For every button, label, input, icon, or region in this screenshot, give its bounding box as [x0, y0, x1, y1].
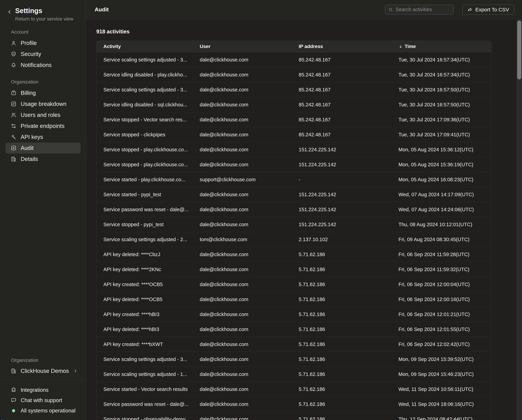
table-row[interactable]: Service scaling settings adjusted - 3...… [97, 52, 491, 67]
search-icon [388, 7, 393, 12]
user-cell: dale@clickhouse.com [193, 337, 292, 352]
user-cell: dale@clickhouse.com [193, 82, 292, 97]
activity-cell: Service idling disabled - sql.clickhou..… [97, 97, 193, 112]
sidebar-item-details[interactable]: Details [0, 154, 86, 164]
sidebar-item-security[interactable]: Security [0, 48, 86, 60]
user-cell: dale@clickhouse.com [193, 412, 292, 420]
time-cell: Fri, 06 Sep 2024 12:01:55(UTC) [392, 322, 491, 337]
activity-cell: API key created: ****bXWT [97, 337, 193, 352]
table-row[interactable]: Service idling disabled - play.clickho..… [97, 67, 491, 82]
user-cell: dale@clickhouse.com [193, 202, 292, 217]
forward-arrow-icon [468, 7, 473, 12]
ip-cell: 85.242.48.167 [292, 67, 392, 82]
ip-cell: 85.242.48.167 [292, 52, 392, 67]
system-status[interactable]: All systems operational [0, 405, 86, 416]
table-row[interactable]: API key created: ****bXWT dale@clickhous… [97, 337, 491, 352]
sidebar-item-billing[interactable]: Billing [0, 87, 86, 98]
back-button[interactable] [7, 9, 12, 15]
table-row[interactable]: Service started - pypi_test dale@clickho… [97, 187, 491, 202]
chevron-left-icon [7, 9, 12, 15]
ip-cell: 85.242.48.167 [292, 97, 392, 112]
time-cell: Tue, 30 Jul 2024 16:57:34(UTC) [392, 67, 491, 82]
table-row[interactable]: API key deleted: ****hBI3 dale@clickhous… [97, 322, 491, 337]
activity-cell: Service scaling settings adjusted - 3... [97, 352, 193, 367]
sidebar-item-notifications[interactable]: Notifications [0, 60, 86, 70]
time-cell: Fri, 06 Sep 2024 12:01:21(UTC) [392, 307, 491, 322]
table-row[interactable]: Service stopped - Vector search res... d… [97, 112, 491, 127]
time-cell: Fri, 06 Sep 2024 11:59:32(UTC) [392, 262, 491, 277]
activity-cell: API key created: ****hBI3 [97, 307, 193, 322]
activity-cell: Service scaling settings adjusted - 3... [97, 82, 193, 97]
time-cell: Mon, 05 Aug 2024 15:36:19(UTC) [392, 157, 491, 172]
activity-cell: Service scaling settings adjusted - 2... [97, 232, 193, 247]
scrollbar-track[interactable] [516, 19, 522, 420]
user-cell: dale@clickhouse.com [193, 52, 292, 67]
activity-cell: Service scaling settings adjusted - 1... [97, 367, 193, 382]
section-label-account: Account [11, 29, 86, 35]
user-cell: dale@clickhouse.com [193, 397, 292, 412]
table-row[interactable]: Service stopped - pypi_test dale@clickho… [97, 217, 491, 232]
sidebar-item-label: Security [21, 51, 41, 57]
user-cell: dale@clickhouse.com [193, 157, 292, 172]
table-row[interactable]: Service scaling settings adjusted - 3...… [97, 82, 491, 97]
table-row[interactable]: Service stopped - play.clickhouse.co... … [97, 142, 491, 157]
table-row[interactable]: Service scaling settings adjusted - 3...… [97, 352, 491, 367]
column-header-time[interactable]: Time [392, 41, 491, 52]
table-row[interactable]: Service started - Vector search results … [97, 382, 491, 397]
settings-subtitle: Return to your service view [15, 16, 73, 22]
sidebar-header: Settings Return to your service view [0, 0, 86, 22]
activity-cell: Service stopped - play.clickhouse.co... [97, 157, 193, 172]
ip-cell: 85.242.48.167 [292, 127, 392, 142]
org-switcher[interactable]: ClickHouse Demos [0, 366, 86, 376]
activity-cell: Service stopped - observability-demo [97, 412, 193, 420]
table-row[interactable]: API key created: ****hBI3 dale@clickhous… [97, 307, 491, 322]
activity-cell: Service stopped - pypi_test [97, 217, 193, 232]
sidebar-item-users-and-roles[interactable]: Users and roles [0, 109, 86, 120]
table-row[interactable]: Service stopped - clickpipes dale@clickh… [97, 127, 491, 142]
table-row[interactable]: API key deleted: ****CbzJ dale@clickhous… [97, 247, 491, 262]
table-row[interactable]: Service stopped - play.clickhouse.co... … [97, 157, 491, 172]
user-cell: dale@clickhouse.com [193, 322, 292, 337]
ip-cell: 5.71.62.186 [292, 367, 392, 382]
ip-cell: 2.137.10.102 [292, 232, 392, 247]
time-cell: Mon, 09 Sep 2024 15:39:52(UTC) [392, 352, 491, 367]
activity-cell: Service started - play.clickhouse.co... [97, 172, 193, 187]
shield-check-icon [11, 51, 16, 57]
table-row[interactable]: Service idling disabled - sql.clickhou..… [97, 97, 491, 112]
user-cell: dale@clickhouse.com [193, 67, 292, 82]
column-header-activity: Activity [97, 41, 193, 52]
table-row[interactable]: Service password was reset - dale@... da… [97, 202, 491, 217]
column-header-time-label: Time [405, 44, 416, 49]
header-actions: Export To CSV [385, 5, 514, 15]
activity-cell: Service stopped - play.clickhouse.co... [97, 142, 193, 157]
activity-cell: Service stopped - clickpipes [97, 127, 193, 142]
table-row[interactable]: Service password was reset - dale@... da… [97, 397, 491, 412]
time-cell: Tue, 30 Jul 2024 16:57:50(UTC) [392, 97, 491, 112]
sidebar-item-profile[interactable]: Profile [0, 38, 86, 48]
sidebar-item-label: Usage breakdown [21, 101, 66, 107]
table-row[interactable]: API key created: ****OCB5 dale@clickhous… [97, 277, 491, 292]
table-row[interactable]: API key deleted: ****OCB5 dale@clickhous… [97, 292, 491, 307]
sidebar-divider [0, 380, 86, 381]
org-switcher-name: ClickHouse Demos [21, 368, 69, 374]
sidebar-item-usage-breakdown[interactable]: Usage breakdown [0, 98, 86, 109]
time-cell: Tue, 30 Jul 2024 16:57:34(UTC) [392, 52, 491, 67]
search-box[interactable] [385, 5, 454, 15]
sidebar-item-chat-with-support[interactable]: Chat with support [0, 395, 86, 405]
sidebar-item-api-keys[interactable]: API keys [0, 132, 86, 142]
user-cell: dale@clickhouse.com [193, 127, 292, 142]
export-csv-button[interactable]: Export To CSV [462, 5, 514, 15]
search-input[interactable] [396, 7, 450, 12]
table-row[interactable]: Service started - play.clickhouse.co... … [97, 172, 491, 187]
table-row[interactable]: Service scaling settings adjusted - 2...… [97, 232, 491, 247]
scrollbar-thumb[interactable] [517, 21, 521, 79]
time-cell: Tue, 30 Jul 2024 16:57:50(UTC) [392, 82, 491, 97]
table-row[interactable]: Service scaling settings adjusted - 1...… [97, 367, 491, 382]
user-cell: tom@clickhouse.com [193, 232, 292, 247]
table-row[interactable]: API key deleted: ****2KNc dale@clickhous… [97, 262, 491, 277]
table-row[interactable]: Service stopped - observability-demo dal… [97, 412, 491, 420]
sidebar-item-private-endpoints[interactable]: Private endpoints [0, 120, 86, 132]
sidebar-item-integrations[interactable]: Integrations [0, 385, 86, 395]
sidebar-item-audit[interactable]: Audit [6, 142, 81, 154]
sidebar-footer: Integrations Chat with support All syste… [0, 385, 86, 416]
